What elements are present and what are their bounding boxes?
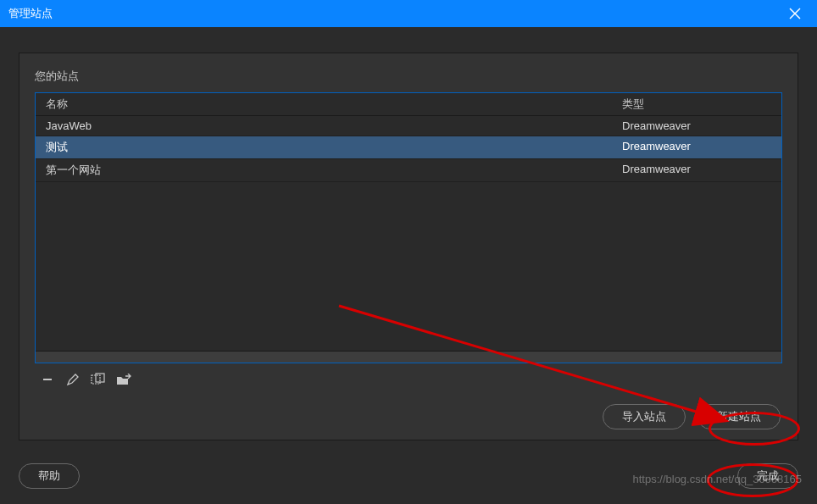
close-icon[interactable] bbox=[781, 0, 809, 27]
cell-type: Dreamweaver bbox=[622, 163, 771, 178]
panel-heading: 您的站点 bbox=[35, 69, 782, 84]
table-header: 名称 类型 bbox=[36, 93, 781, 115]
window-title: 管理站点 bbox=[8, 6, 53, 21]
table-body: JavaWebDreamweaver测试Dreamweaver第一个网站Drea… bbox=[36, 115, 781, 351]
cell-name: 测试 bbox=[46, 140, 622, 155]
table-toolbar bbox=[35, 363, 782, 392]
sites-panel: 您的站点 名称 类型 JavaWebDreamweaver测试Dreamweav… bbox=[19, 53, 798, 440]
panel-actions: 导入站点 新建站点 bbox=[35, 404, 782, 429]
titlebar: 管理站点 bbox=[0, 0, 817, 27]
remove-icon[interactable] bbox=[40, 372, 55, 387]
table-row[interactable]: 第一个网站Dreamweaver bbox=[36, 159, 781, 182]
cell-name: 第一个网站 bbox=[46, 163, 622, 178]
export-icon[interactable] bbox=[116, 372, 131, 387]
edit-icon[interactable] bbox=[65, 372, 81, 387]
new-site-button[interactable]: 新建站点 bbox=[698, 404, 781, 429]
import-site-button[interactable]: 导入站点 bbox=[603, 404, 686, 429]
dialog-content: 您的站点 名称 类型 JavaWebDreamweaver测试Dreamweav… bbox=[0, 27, 817, 453]
cell-type: Dreamweaver bbox=[622, 119, 771, 132]
column-name[interactable]: 名称 bbox=[46, 97, 622, 112]
cell-name: JavaWeb bbox=[46, 119, 622, 132]
table-row[interactable]: 测试Dreamweaver bbox=[36, 136, 781, 159]
table-scrollbar[interactable] bbox=[36, 351, 781, 363]
table-row[interactable]: JavaWebDreamweaver bbox=[36, 116, 781, 136]
cell-type: Dreamweaver bbox=[622, 140, 771, 155]
duplicate-icon[interactable] bbox=[91, 372, 106, 387]
done-button[interactable]: 完成 bbox=[737, 463, 798, 489]
help-button[interactable]: 帮助 bbox=[19, 463, 80, 489]
svg-rect-2 bbox=[43, 379, 52, 380]
sites-table: 名称 类型 JavaWebDreamweaver测试Dreamweaver第一个… bbox=[35, 92, 782, 363]
dialog-footer: 帮助 完成 bbox=[19, 463, 798, 489]
column-type[interactable]: 类型 bbox=[622, 97, 771, 112]
